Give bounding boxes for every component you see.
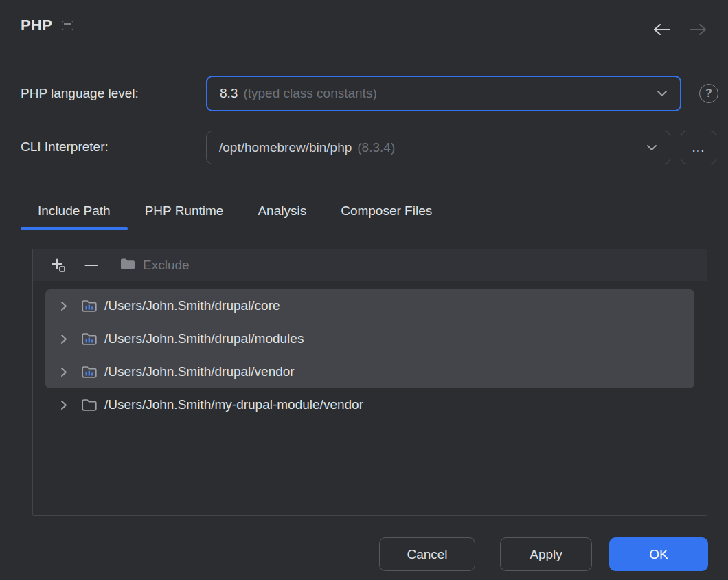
tab-analysis[interactable]: Analysis xyxy=(240,192,323,230)
language-level-value: 8.3 xyxy=(220,86,238,101)
chevron-right-icon[interactable] xyxy=(60,400,81,410)
folder-icon xyxy=(81,299,103,313)
cancel-button[interactable]: Cancel xyxy=(379,537,475,571)
exclude-label: Exclude xyxy=(143,258,190,273)
remove-path-button[interactable] xyxy=(80,254,103,276)
folder-icon xyxy=(120,257,136,274)
folder-icon xyxy=(81,332,103,346)
folder-icon xyxy=(81,365,103,379)
history-nav xyxy=(651,21,709,38)
list-toolbar: Exclude xyxy=(33,249,707,281)
path-text: /Users/John.Smith/my-drupal-module/vendo… xyxy=(104,397,363,412)
tab-label: Composer Files xyxy=(341,203,432,219)
tab-bar: Include PathPHP RuntimeAnalysisComposer … xyxy=(21,192,449,230)
tab-composer-files[interactable]: Composer Files xyxy=(323,192,449,230)
language-level-label: PHP language level: xyxy=(21,86,139,101)
settings-scope-icon xyxy=(62,21,73,30)
tab-php-runtime[interactable]: PHP Runtime xyxy=(128,192,241,230)
add-path-button[interactable] xyxy=(47,254,70,276)
path-row[interactable]: /Users/John.Smith/drupal/modules xyxy=(45,322,694,355)
include-path-panel: Exclude /Users/John.Smith/drupal/core xyxy=(32,249,707,516)
path-row[interactable]: /Users/John.Smith/drupal/vendor xyxy=(45,355,694,388)
tab-label: Include Path xyxy=(38,203,111,219)
cli-interpreter-label: CLI Interpreter: xyxy=(21,140,109,155)
chevron-down-icon xyxy=(657,90,668,97)
help-icon[interactable]: ? xyxy=(699,84,718,103)
page-title: PHP xyxy=(21,16,52,34)
chevron-right-icon[interactable] xyxy=(60,334,81,344)
path-list: /Users/John.Smith/drupal/core /Users/Joh… xyxy=(33,281,707,421)
path-text: /Users/John.Smith/drupal/vendor xyxy=(104,364,295,379)
chevron-right-icon[interactable] xyxy=(60,301,81,311)
cli-interpreter-hint: (8.3.4) xyxy=(357,140,395,155)
chevron-down-icon xyxy=(646,144,657,151)
apply-button[interactable]: Apply xyxy=(500,537,592,571)
chevron-right-icon[interactable] xyxy=(60,367,81,377)
language-level-hint: (typed class constants) xyxy=(243,86,376,101)
tab-label: Analysis xyxy=(258,203,306,219)
tab-include-path[interactable]: Include Path xyxy=(21,192,128,230)
path-text: /Users/John.Smith/drupal/core xyxy=(104,298,280,313)
exclude-button[interactable]: Exclude xyxy=(120,257,190,274)
tab-label: PHP Runtime xyxy=(145,203,224,219)
cli-interpreter-select[interactable]: /opt/homebrew/bin/php (8.3.4) xyxy=(206,131,670,164)
path-row[interactable]: /Users/John.Smith/drupal/core xyxy=(45,289,694,322)
page-title-row: PHP xyxy=(21,16,73,34)
path-text: /Users/John.Smith/drupal/modules xyxy=(104,331,304,346)
path-row[interactable]: /Users/John.Smith/my-drupal-module/vendo… xyxy=(45,388,694,421)
language-level-select[interactable]: 8.3 (typed class constants) xyxy=(206,76,681,111)
back-arrow-icon[interactable] xyxy=(651,21,672,38)
dialog-buttons: Cancel Apply OK xyxy=(379,537,708,571)
cli-interpreter-value: /opt/homebrew/bin/php xyxy=(219,140,352,155)
forward-arrow-icon[interactable] xyxy=(688,21,709,38)
browse-interpreter-button[interactable]: ... xyxy=(681,131,716,164)
folder-icon xyxy=(81,398,103,412)
ok-button[interactable]: OK xyxy=(609,537,708,571)
